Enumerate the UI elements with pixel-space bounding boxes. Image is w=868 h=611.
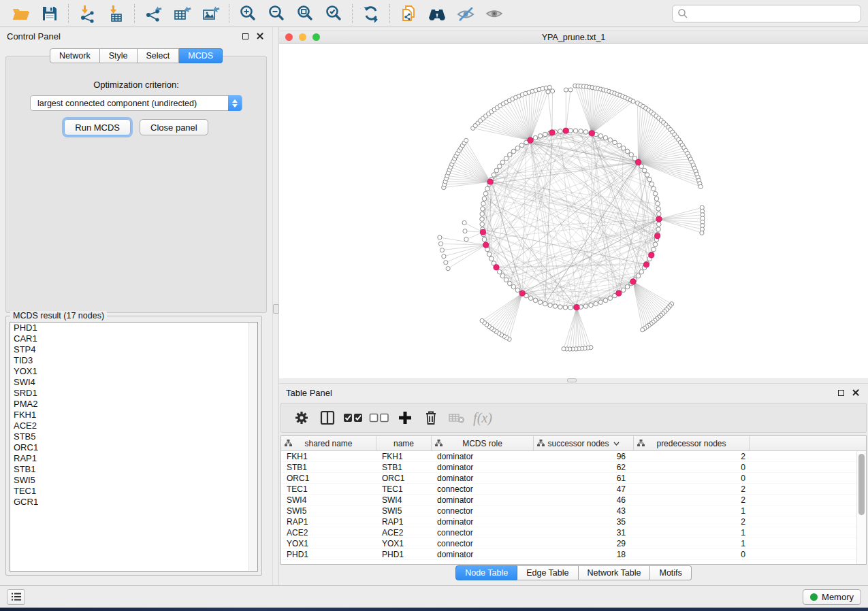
delete-column-button[interactable] xyxy=(419,406,443,430)
cell-successor-nodes: 46 xyxy=(534,495,634,505)
import-network-button[interactable] xyxy=(73,2,101,25)
tab-style[interactable]: Style xyxy=(100,48,138,63)
cell-name: FKH1 xyxy=(376,452,432,461)
table-row[interactable]: SWI4SWI4dominator462 xyxy=(281,495,856,506)
mcds-tab-content: Optimization criterion: largest connecte… xyxy=(5,56,267,313)
export-image-button[interactable] xyxy=(196,2,225,25)
network-window-titlebar[interactable]: YPA_prune.txt_1 xyxy=(279,31,868,44)
table-tab-edge-table[interactable]: Edge Table xyxy=(517,565,578,580)
new-network-from-selection-button[interactable] xyxy=(394,2,423,25)
mcds-result-item[interactable]: STB5 xyxy=(10,431,257,442)
splitter-grip[interactable] xyxy=(273,304,279,314)
mcds-result-item[interactable]: CAR1 xyxy=(10,333,257,344)
mcds-result-item[interactable]: RAP1 xyxy=(10,453,257,464)
save-session-button[interactable] xyxy=(35,2,64,25)
mcds-result-item[interactable]: TID3 xyxy=(10,355,257,366)
table-row[interactable]: PHD1PHD1dominator180 xyxy=(281,549,856,560)
first-neighbors-button[interactable] xyxy=(423,2,451,25)
control-panel-close-button[interactable] xyxy=(255,31,266,42)
tab-mcds[interactable]: MCDS xyxy=(179,48,223,63)
select-all-button[interactable] xyxy=(341,406,366,430)
network-canvas[interactable] xyxy=(279,44,868,378)
mcds-list-scrollbar[interactable] xyxy=(248,323,257,571)
split-view-button[interactable] xyxy=(315,406,340,430)
cell-MCDS-role: dominator xyxy=(432,550,534,559)
column-header-predecessor-nodes[interactable]: predecessor nodes xyxy=(634,436,750,450)
mcds-result-item[interactable]: PMA2 xyxy=(10,399,257,410)
mcds-result-item[interactable]: STB1 xyxy=(10,464,257,475)
table-row[interactable]: YOX1YOX1connector291 xyxy=(281,538,856,549)
scrollbar-thumb[interactable] xyxy=(858,454,865,515)
run-mcds-button[interactable]: Run MCDS xyxy=(64,119,131,135)
tab-network[interactable]: Network xyxy=(50,48,100,63)
hide-selected-button[interactable] xyxy=(451,2,480,25)
apply-preferred-layout-button[interactable] xyxy=(357,2,385,25)
mcds-result-item[interactable]: SRD1 xyxy=(10,388,257,399)
cell-MCDS-role: dominator xyxy=(432,452,534,461)
export-network-button[interactable] xyxy=(139,2,167,25)
zoom-fit-content-button[interactable] xyxy=(291,2,319,25)
table-panel-float-button[interactable] xyxy=(835,387,846,398)
close-panel-button[interactable]: Close panel xyxy=(140,119,208,135)
export-table-button[interactable] xyxy=(167,2,196,25)
cell-name: PHD1 xyxy=(376,550,432,559)
vertical-splitter[interactable] xyxy=(272,27,279,585)
control-panel-tabs: NetworkStyleSelectMCDS xyxy=(50,48,223,63)
mcds-result-item[interactable]: ACE2 xyxy=(10,420,257,431)
table-row[interactable]: ACE2ACE2connector311 xyxy=(281,527,856,538)
table-row[interactable]: RAP1RAP1dominator352 xyxy=(281,516,856,527)
table-row[interactable]: FKH1FKH1dominator962 xyxy=(281,451,856,462)
delete-table-icon xyxy=(448,412,466,424)
network-area: YPA_prune.txt_1 Table Panel xyxy=(279,27,868,585)
mcds-result-item[interactable]: ORC1 xyxy=(10,442,257,453)
zoom-in-icon xyxy=(238,4,257,23)
horizontal-splitter[interactable] xyxy=(279,378,868,383)
mcds-result-item[interactable]: FKH1 xyxy=(10,410,257,420)
cell-predecessor-nodes: 1 xyxy=(634,528,750,538)
memory-button[interactable]: Memory xyxy=(803,589,861,605)
show-all-button[interactable] xyxy=(480,2,509,25)
cell-name: RAP1 xyxy=(376,517,432,527)
column-header-MCDS-role[interactable]: MCDS role xyxy=(432,436,534,450)
zoom-out-button[interactable] xyxy=(262,2,291,25)
table-row[interactable]: SWI5SWI5connector431 xyxy=(281,506,856,516)
column-settings-button[interactable] xyxy=(289,406,314,430)
table-row[interactable]: TEC1TEC1connector472 xyxy=(281,484,856,495)
table-tab-motifs[interactable]: Motifs xyxy=(650,565,691,580)
zoom-selected-region-button[interactable] xyxy=(319,2,348,25)
control-panel-float-button[interactable] xyxy=(240,31,251,42)
table-panel-close-button[interactable] xyxy=(850,387,861,398)
search-input[interactable] xyxy=(672,5,861,22)
open-file-button[interactable] xyxy=(7,2,35,25)
optimization-criterion-select[interactable]: largest connected component (undirected) xyxy=(30,95,242,111)
mcds-result-item[interactable]: GCR1 xyxy=(10,497,257,508)
column-header-shared-name[interactable]: shared name xyxy=(281,436,376,450)
table-row[interactable]: STB1STB1dominator620 xyxy=(281,462,856,473)
column-header-name[interactable]: name xyxy=(376,436,432,450)
show-panels-button[interactable] xyxy=(7,589,25,605)
table-row[interactable]: ORC1ORC1dominator610 xyxy=(281,473,856,484)
add-column-button[interactable] xyxy=(393,406,417,430)
table-body: FKH1FKH1dominator962STB1STB1dominator620… xyxy=(281,451,856,564)
table-tab-network-table[interactable]: Network Table xyxy=(579,565,651,580)
import-table-button[interactable] xyxy=(101,2,130,25)
splitter-grip[interactable] xyxy=(567,378,577,382)
mcds-result-item[interactable]: TEC1 xyxy=(10,486,257,497)
split-columns-icon xyxy=(319,410,336,426)
mcds-result-item[interactable]: PHD1 xyxy=(10,323,257,333)
table-tab-node-table[interactable]: Node Table xyxy=(455,565,517,580)
column-header-successor-nodes[interactable]: successor nodes xyxy=(534,436,634,450)
float-icon xyxy=(242,33,248,39)
mcds-result-list[interactable]: PHD1CAR1STP4TID3YOX1SWI4SRD1PMA2FKH1ACE2… xyxy=(10,322,258,572)
column-type-icon xyxy=(435,440,443,447)
mcds-result-item[interactable]: SWI5 xyxy=(10,475,257,486)
mcds-result-item[interactable]: YOX1 xyxy=(10,366,257,377)
mcds-result-item[interactable]: STP4 xyxy=(10,344,257,355)
table-scrollbar[interactable] xyxy=(856,451,866,564)
tab-select[interactable]: Select xyxy=(138,48,180,63)
deselect-all-button[interactable] xyxy=(367,406,391,430)
mcds-result-item[interactable]: SWI4 xyxy=(10,377,257,388)
zoom-in-button[interactable] xyxy=(234,2,262,25)
network-graph[interactable] xyxy=(279,44,868,378)
cell-predecessor-nodes: 2 xyxy=(634,495,750,505)
